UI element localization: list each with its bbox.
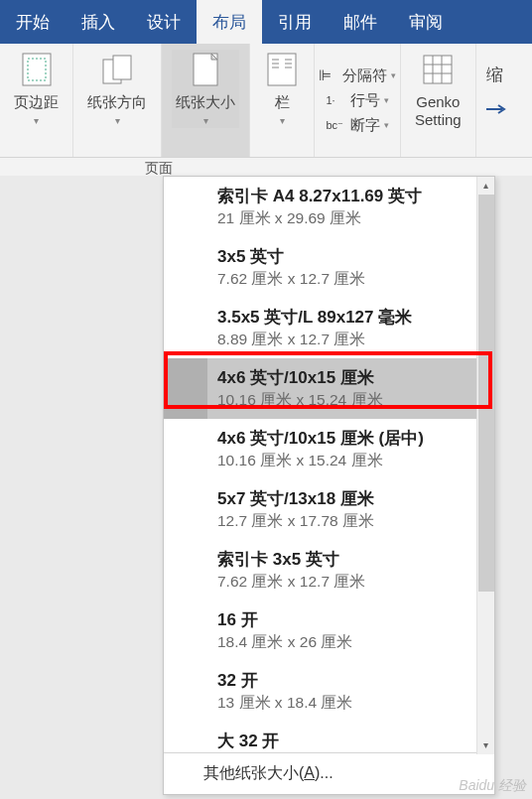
svg-rect-12 [424,56,452,83]
paper-size-title: 3.5x5 英寸/L 89x127 毫米 [217,306,482,329]
ribbon-tabs: 开始 插入 设计 布局 引用 邮件 审阅 [0,0,532,44]
paper-size-title: 大 32 开 [217,730,482,752]
paper-size-dropdown: 索引卡 A4 8.27x11.69 英寸21 厘米 x 29.69 厘米3x5 … [163,176,495,795]
group-label: 页面 [0,158,532,176]
chevron-down-icon: ▾ [384,95,389,105]
paper-size-title: 32 开 [217,669,482,692]
chevron-down-icon: ▾ [280,115,285,126]
breaks-icon: ⊫ [319,67,338,84]
paper-size-option[interactable]: 3.5x5 英寸/L 89x127 毫米8.89 厘米 x 12.7 厘米 [164,298,494,358]
hyphenation-icon: bc⁻ [327,119,346,132]
paper-size-button[interactable]: 纸张大小 ▾ [172,50,239,128]
tab-mailings[interactable]: 邮件 [328,0,393,44]
line-numbers-button[interactable]: 1· 行号 ▾ [327,91,389,110]
margins-icon [19,52,55,87]
chevron-down-icon: ▾ [203,115,208,126]
genko-icon [420,52,456,87]
orientation-icon [99,52,135,87]
paper-size-dimensions: 10.16 厘米 x 15.24 厘米 [217,451,482,471]
hyphenation-button[interactable]: bc⁻ 断字 ▾ [327,116,389,135]
chevron-down-icon: ▾ [34,115,39,126]
scroll-up-button[interactable]: ▴ [477,177,494,195]
document-canvas: 索引卡 A4 8.27x11.69 英寸21 厘米 x 29.69 厘米3x5 … [0,176,532,799]
scroll-down-button[interactable]: ▾ [477,736,494,754]
paper-size-dimensions: 7.62 厘米 x 12.7 厘米 [217,269,482,290]
tab-references[interactable]: 引用 [262,0,328,44]
chevron-down-icon: ▾ [115,115,120,126]
columns-button[interactable]: 栏 ▾ [260,50,304,128]
paper-size-option[interactable]: 4x6 英寸/10x15 厘米 (居中)10.16 厘米 x 15.24 厘米 [164,419,494,479]
paper-size-option[interactable]: 索引卡 A4 8.27x11.69 英寸21 厘米 x 29.69 厘米 [164,177,494,237]
paper-size-dimensions: 18.4 厘米 x 26 厘米 [217,632,482,653]
paper-size-dimensions: 7.62 厘米 x 12.7 厘米 [217,572,482,593]
paper-size-title: 4x6 英寸/10x15 厘米 [217,366,482,389]
paper-size-dimensions: 8.89 厘米 x 12.7 厘米 [217,330,482,350]
arrow-right-icon [486,102,506,116]
paper-size-dimensions: 13 厘米 x 18.4 厘米 [217,693,482,714]
margins-button[interactable]: 页边距 ▾ [10,50,63,128]
ribbon: 页边距 ▾ 纸张方向 ▾ 纸张大小 ▾ 栏 ▾ [0,44,532,158]
paper-size-icon [188,52,223,87]
chevron-down-icon: ▾ [391,70,396,80]
paper-size-title: 16 开 [217,608,482,631]
paper-size-option[interactable]: 32 开13 厘米 x 18.4 厘米 [164,661,494,722]
paper-size-dimensions: 21 厘米 x 29.69 厘米 [217,208,482,229]
paper-size-option[interactable]: 3x5 英寸7.62 厘米 x 12.7 厘米 [164,237,494,298]
chevron-down-icon: ▾ [384,120,389,130]
paper-size-title: 索引卡 3x5 英寸 [217,548,482,571]
paper-size-option[interactable]: 5x7 英寸/13x18 厘米12.7 厘米 x 17.78 厘米 [164,479,494,540]
paper-size-dimensions: 10.16 厘米 x 15.24 厘米 [217,390,482,411]
scrollbar[interactable]: ▴ ▾ [476,177,494,754]
scroll-thumb[interactable] [478,195,494,592]
more-paper-sizes[interactable]: 其他纸张大小(A)... [164,752,494,794]
paper-size-dimensions: 12.7 厘米 x 17.78 厘米 [217,511,482,532]
tab-design[interactable]: 设计 [131,0,197,44]
paper-size-option[interactable]: 4x6 英寸/10x15 厘米10.16 厘米 x 15.24 厘米 [164,358,494,419]
tab-home[interactable]: 开始 [0,0,66,44]
paper-size-option[interactable]: 索引卡 3x5 英寸7.62 厘米 x 12.7 厘米 [164,540,494,600]
svg-rect-5 [268,54,296,85]
shrink-area: 缩 [480,50,506,120]
genko-button[interactable]: GenkoSetting [411,50,466,131]
paper-size-title: 5x7 英寸/13x18 厘米 [217,487,482,510]
paper-size-title: 4x6 英寸/10x15 厘米 (居中) [217,427,482,450]
tab-layout[interactable]: 布局 [197,0,262,44]
tab-insert[interactable]: 插入 [66,0,131,44]
paper-size-option[interactable]: 大 32 开14 厘米 x 20.3 厘米 [164,722,494,752]
paper-size-title: 索引卡 A4 8.27x11.69 英寸 [217,185,482,207]
breaks-button[interactable]: ⊫ 分隔符 ▾ [319,67,396,85]
svg-rect-3 [113,56,131,79]
orientation-button[interactable]: 纸张方向 ▾ [83,50,151,128]
paper-size-option[interactable]: 16 开18.4 厘米 x 26 厘米 [164,600,494,661]
paper-size-title: 3x5 英寸 [217,245,482,268]
tab-review[interactable]: 审阅 [393,0,459,44]
columns-icon [264,52,300,87]
line-numbers-icon: 1· [327,94,346,106]
